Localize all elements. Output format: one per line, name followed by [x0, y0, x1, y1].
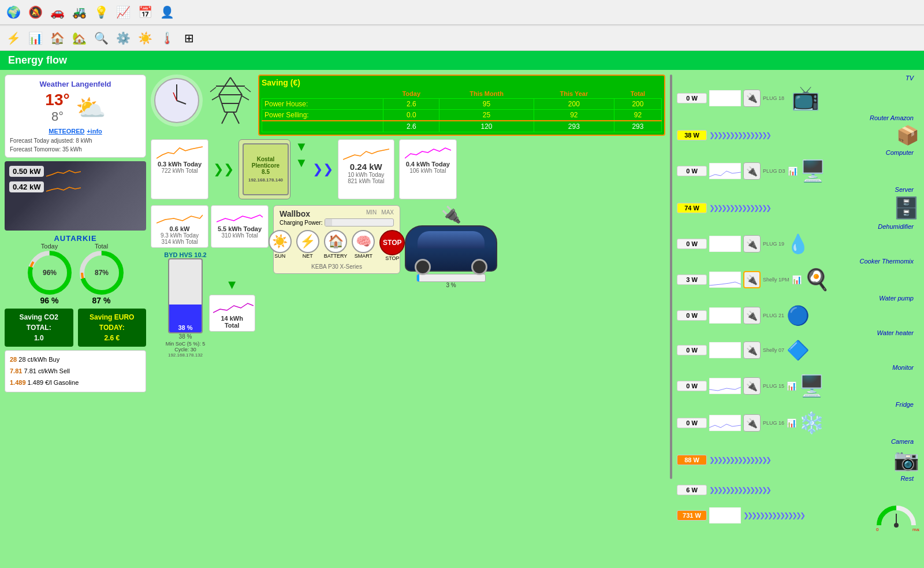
saving-col-today: Today — [383, 89, 439, 99]
wallbox-minmax: MIN MAX — [366, 209, 394, 218]
autarkie-today-pct: 96 % — [40, 296, 59, 305]
price-buy: 28 28 ct/kWh Buy — [10, 354, 141, 366]
saving-row1-label: Power House: — [262, 99, 383, 110]
grid-flow-chart — [343, 143, 389, 161]
battery-body: 38 % — [168, 258, 203, 333]
wallbox-sun-icon[interactable]: ☀️ — [269, 230, 292, 253]
device-section-tv: TV — [677, 75, 919, 81]
toolbar-icon-graph[interactable]: 📊 — [25, 28, 45, 48]
battery-cycle: Cycle: 30 — [174, 347, 196, 352]
car-pct-label: 3 % — [446, 282, 456, 288]
wallbox-battery-icon[interactable]: 🏠 — [324, 230, 347, 253]
toolbar-icon-settings[interactable]: ⚙️ — [113, 28, 133, 48]
toolbar-icon-chart[interactable]: 📈 — [113, 2, 133, 22]
wallbox-net-icon[interactable]: ⚡ — [296, 230, 319, 253]
toolbar-icon-bulb[interactable]: 💡 — [91, 2, 111, 22]
saving-table: Today This Month This Year Total Power H… — [262, 89, 662, 132]
device-watt-tv: 0 W — [677, 93, 707, 103]
chart-icon-computer: 📊 — [788, 166, 798, 176]
plug-icon-waterheater: 🔌 — [743, 341, 761, 359]
weather-info-link[interactable]: +info — [87, 128, 102, 135]
device-watt-monitor: 0 W — [677, 381, 707, 391]
weather-forecast-today: Forecast Today adjusted: 8 kWh — [10, 138, 141, 144]
stop-button[interactable]: STOP — [379, 230, 405, 255]
price-gasoline: 1.489 1.489 €/l Gasoline — [10, 377, 141, 389]
charging-connector-icon: 🔌 — [441, 205, 461, 224]
car-body — [405, 225, 497, 272]
autarkie-today-svg: 96% — [27, 250, 73, 296]
toolbar-icon-grid[interactable]: ⊞ — [179, 28, 199, 48]
toolbar-icon-calendar[interactable]: 📅 — [135, 2, 155, 22]
pv2-kw: 0.42 kW — [9, 181, 44, 192]
mid-row3: 0.6 kW 9.3 kWh Today 314 kWh Total 5.5 k… — [151, 205, 665, 358]
car-box: 🔌 3 % — [405, 205, 497, 288]
device-row-thermomix: 3 W 🔌 Shelly 1PM 📊 🍳 — [677, 266, 919, 293]
saving-row2-month: 25 — [439, 110, 534, 121]
saving-row3-today: 2.6 — [383, 121, 439, 132]
chart1-val: 0.3 kWh Today — [155, 161, 204, 168]
svg-line-25 — [245, 87, 251, 92]
plug-icon-thermomix[interactable]: 🔌 — [743, 271, 761, 288]
device-graph-dehumidifier — [709, 236, 741, 252]
device-image-router: 📦 — [896, 124, 919, 146]
toolbar-icon-search[interactable]: 🔍 — [91, 28, 111, 48]
device-image-camera: 📷 — [893, 448, 919, 472]
toolbar-icon-house[interactable]: 🏠 — [47, 28, 67, 48]
device-graph-computer — [709, 163, 741, 179]
saving-col-total: Total — [614, 89, 661, 99]
device-row-rest: 6 W ❯❯❯❯❯❯❯❯❯❯❯❯❯❯❯ — [677, 484, 919, 496]
wallbox-btn-sun[interactable]: ☀️ SUN — [269, 230, 292, 261]
saving-row1-today: 2.6 — [383, 99, 439, 110]
car-pct-fill — [417, 274, 419, 281]
inverter-ip: 192.168.178.140 — [248, 177, 283, 183]
wallbox-stop-label: STOP — [385, 255, 399, 261]
toolbar-icon-car[interactable]: 🚗 — [47, 2, 67, 22]
solar-panels-image: 0.50 kW 0.42 kW — [5, 161, 146, 231]
car-windshield — [418, 231, 485, 248]
toolbar-icon-globe[interactable]: 🌍 — [3, 2, 23, 22]
device-watt-dehumidifier: 0 W — [677, 239, 707, 249]
toolbar-icon-lightning[interactable]: ⚡ — [3, 28, 23, 48]
chart-icon-fridge: 📊 — [787, 418, 796, 428]
wallbox-btn-battery[interactable]: 🏠 BATTERY — [324, 230, 348, 261]
flow-arrows-camera: ❯❯❯❯❯❯❯❯❯❯❯❯❯❯❯ — [709, 456, 891, 464]
device-row-monitor: 0 W 🔌 PLUG 15 📊 🖥️ — [677, 373, 919, 399]
device-graph-thermomix — [709, 272, 741, 288]
wallbox-box: Wallbox MIN MAX Charging Power: ☀️ — [273, 205, 400, 274]
toolbar-icon-tractor[interactable]: 🚜 — [69, 2, 89, 22]
chart1-svg — [157, 142, 203, 159]
device-row-fridge: 0 W 🔌 PLUG 16 📊 ❄️ — [677, 410, 919, 436]
device-section-monitor: Monitor — [677, 364, 919, 371]
chart1-sub: 722 kWh Total — [155, 168, 204, 174]
wallbox-max: MAX — [381, 209, 394, 218]
weather-box: Weather Langenfeld 13° 8° ⛅ METEORED +in… — [5, 75, 146, 158]
battery-kw: 0.6 kW — [155, 225, 204, 232]
toolbar-icon-person[interactable]: 👤 — [157, 2, 177, 22]
price-sell: 7.81 7.81 ct/kWh Sell — [10, 366, 141, 377]
left-panel: Weather Langenfeld 13° 8° ⛅ METEORED +in… — [5, 75, 146, 568]
svg-rect-29 — [709, 163, 741, 179]
toolbar-icon-search-house[interactable]: 🏡 — [69, 28, 89, 48]
saving-co2-box: Saving CO2 TOTAL: 1.0 — [5, 309, 73, 347]
plug-icon-computer: 🔌 — [743, 162, 761, 180]
plug-icon-waterpump: 🔌 — [743, 307, 761, 324]
wallbox-btn-net[interactable]: ⚡ NET — [296, 230, 319, 261]
wallbox-btn-smart[interactable]: 🧠 SMART — [352, 230, 375, 261]
saving-row2-year: 92 — [534, 110, 614, 121]
toolbar-icon-bell[interactable]: 🔕 — [25, 2, 45, 22]
toolbar-icon-radiator[interactable]: 🌡️ — [157, 28, 177, 48]
saving-row2-label: Power Selling: — [262, 110, 383, 121]
svg-line-18 — [239, 95, 242, 103]
battery-today: 9.3 kWh Today — [155, 232, 204, 239]
battery-chart1-svg — [157, 208, 203, 224]
toolbar-icon-sun[interactable]: ☀️ — [135, 28, 155, 48]
plug-label-thermomix: Shelly 1PM — [763, 277, 789, 283]
wallbox-btn-stop[interactable]: STOP STOP — [379, 230, 405, 261]
device-row-server: 74 W ❯❯❯❯❯❯❯❯❯❯❯❯❯❯❯ 🗄️ — [677, 195, 919, 221]
autarkie-total-gauge: Total 87% 87 % — [79, 243, 125, 305]
solar-overlay: 0.50 kW 0.42 kW — [9, 166, 81, 195]
wallbox-smart-icon[interactable]: 🧠 — [352, 230, 375, 253]
device-row-router: 38 W ❯❯❯❯❯❯❯❯❯❯❯❯❯❯❯ 📦 — [677, 123, 919, 147]
device-section-computer: Computer — [677, 149, 919, 156]
device-watt-fridge: 0 W — [677, 418, 707, 428]
